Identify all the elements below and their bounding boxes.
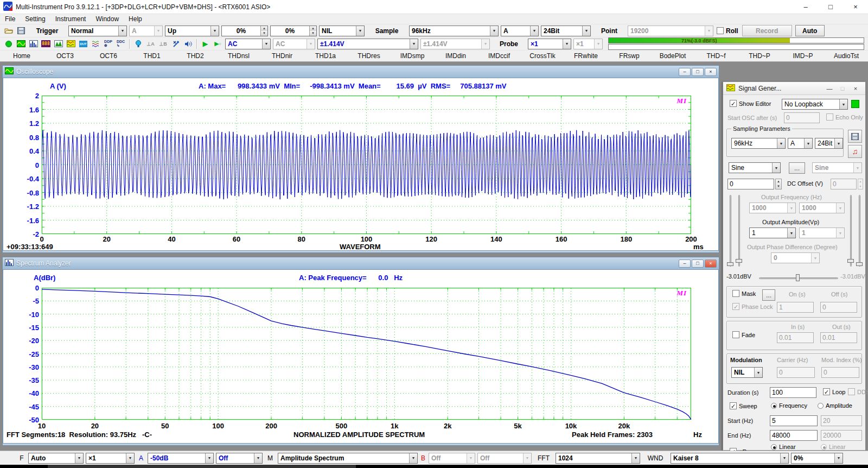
- tab-thd2[interactable]: THD2: [174, 50, 217, 61]
- tab-audiotst[interactable]: AudioTst: [825, 50, 868, 61]
- osc-close-button[interactable]: ×: [705, 68, 717, 76]
- osc-maximize-button[interactable]: □: [692, 68, 704, 76]
- tab-imddin[interactable]: IMDdin: [434, 50, 477, 61]
- window-func-select[interactable]: Kaiser 8▼: [671, 453, 789, 464]
- tab-bodeplot[interactable]: BodePlot: [651, 50, 694, 61]
- freq-axis-select[interactable]: Auto▼: [28, 453, 84, 464]
- coupling-a-select[interactable]: AC▼: [225, 39, 271, 49]
- sg-channel-select[interactable]: A▼: [788, 138, 813, 149]
- duration-input[interactable]: [770, 387, 816, 398]
- fade-checkbox[interactable]: Fade: [732, 331, 755, 338]
- speaker-icon[interactable]: [182, 39, 194, 49]
- tab-thd1[interactable]: THD1: [130, 50, 174, 61]
- tab-oct6[interactable]: OCT6: [87, 50, 130, 61]
- tab-home[interactable]: Home: [0, 50, 43, 61]
- ddp-icon[interactable]: DDP⊕: [103, 39, 114, 49]
- tab-oct3[interactable]: OCT3: [43, 50, 87, 61]
- trigger-hpf-select[interactable]: NIL▼: [319, 26, 365, 36]
- tab-crosstlk[interactable]: CrossTlk: [521, 50, 564, 61]
- derived-display-icon[interactable]: [90, 39, 101, 49]
- trigger-level-spin[interactable]: 0%▲▼: [221, 26, 268, 36]
- spinner-arrows[interactable]: ▲▼: [260, 26, 267, 36]
- output-slider-a-left-thumb[interactable]: [727, 262, 733, 266]
- loopback-select[interactable]: No Loopback▼: [782, 99, 848, 110]
- sg-bits-select[interactable]: 24Bit▼: [815, 138, 843, 149]
- freq-zoom-select[interactable]: ×1▼: [86, 453, 135, 464]
- spec-maximize-button[interactable]: □: [692, 260, 704, 268]
- spec-close-button[interactable]: ×: [705, 260, 717, 268]
- sweep-amplitude-radio[interactable]: Amplitude: [818, 402, 852, 409]
- oscilloscope-icon[interactable]: [15, 39, 27, 49]
- fft-size-select[interactable]: 1024▼: [556, 453, 640, 464]
- save-icon[interactable]: [15, 26, 27, 36]
- tab-imdsmp[interactable]: IMDsmp: [391, 50, 434, 61]
- spinner-arrows[interactable]: ▲▼: [309, 26, 316, 36]
- menu-item-instrument[interactable]: Instrument: [50, 15, 91, 23]
- waveform-more-button[interactable]: ...: [789, 162, 805, 174]
- tab-thd~f[interactable]: THD~f: [694, 50, 738, 61]
- device-test-icon[interactable]: [132, 39, 144, 49]
- spec-minimize-button[interactable]: –: [679, 260, 691, 268]
- trigger-delay-spin[interactable]: 0%▲▼: [270, 26, 317, 36]
- marker-b-icon[interactable]: ⊥B: [157, 39, 169, 49]
- trigger-mode-select[interactable]: Normal▼: [68, 26, 127, 36]
- menu-item-file[interactable]: File: [0, 15, 20, 23]
- sweep-linear-a-radio[interactable]: Linear: [771, 444, 796, 450]
- output-slider-a-left[interactable]: [730, 195, 731, 267]
- siggen-close-button[interactable]: ×: [849, 85, 862, 92]
- waveform-a-select[interactable]: Sine▼: [729, 162, 781, 173]
- mode-select[interactable]: Amplitude Spectrum▼: [278, 453, 418, 464]
- auto-button[interactable]: Auto: [795, 25, 825, 36]
- range-a-db-select[interactable]: -50dB▼: [148, 453, 214, 464]
- ddc-icon[interactable]: DDC↳: [115, 39, 126, 49]
- modulation-select[interactable]: NIL▼: [731, 367, 763, 378]
- sg-save-button[interactable]: [848, 130, 862, 143]
- signal-generator-icon[interactable]: [65, 39, 76, 49]
- dc-offset-a-input[interactable]: [727, 179, 774, 189]
- persist-a-select[interactable]: Off▼: [216, 453, 263, 464]
- sample-rate-select[interactable]: 96kHz▼: [409, 26, 499, 36]
- spectrum-titlebar[interactable]: Spectrum Analyzer – □ ×: [3, 257, 719, 269]
- sweep-start-a-input[interactable]: [770, 415, 818, 426]
- play-icon[interactable]: ▶: [200, 39, 211, 49]
- siggen-titlebar[interactable]: Signal Gener... — □ ×: [723, 82, 865, 95]
- sweep-end-a-input[interactable]: [770, 430, 818, 441]
- tab-imdccif[interactable]: IMDccif: [477, 50, 521, 61]
- tab-thd~p[interactable]: THD~P: [738, 50, 781, 61]
- menu-item-window[interactable]: Window: [91, 15, 124, 23]
- play-loop-icon[interactable]: ▶○: [212, 39, 224, 49]
- mask-checkbox[interactable]: Mask: [732, 290, 756, 297]
- sample-channel-select[interactable]: A▼: [501, 26, 539, 36]
- range-a-select[interactable]: ±1.414V▼: [317, 39, 418, 49]
- sg-play-note-button[interactable]: ♫: [848, 145, 862, 158]
- dut-icon[interactable]: DUT: [78, 39, 89, 49]
- sweep-checkbox[interactable]: ✓Sweep: [730, 402, 757, 409]
- tab-imd~p[interactable]: IMD~P: [781, 50, 825, 61]
- balance-slider-thumb[interactable]: [796, 274, 800, 281]
- close-button[interactable]: ×: [843, 0, 868, 14]
- tab-thdnsl[interactable]: THDnsl: [217, 50, 260, 61]
- tab-frswp[interactable]: FRswp: [608, 50, 651, 61]
- maximize-button[interactable]: □: [818, 0, 843, 14]
- checkbox-box[interactable]: [717, 27, 724, 34]
- run-icon[interactable]: [3, 39, 14, 49]
- probe-a-select[interactable]: ×1▼: [528, 39, 571, 49]
- sg-rate-select[interactable]: 96kHz▼: [731, 138, 786, 149]
- osc-minimize-button[interactable]: –: [679, 68, 691, 76]
- overlap-select[interactable]: 0%▼: [791, 453, 843, 464]
- dc-offset-a-spinner[interactable]: ▲▼: [775, 179, 782, 189]
- tab-thdnir[interactable]: THDnir: [260, 50, 304, 61]
- multimeter-icon[interactable]: 888: [40, 39, 52, 49]
- trigger-edge-select[interactable]: Up▼: [165, 26, 219, 36]
- probe-cal-icon[interactable]: [170, 39, 181, 49]
- menu-item-setting[interactable]: Setting: [20, 15, 50, 23]
- tab-frwhite[interactable]: FRwhite: [564, 50, 608, 61]
- roll-checkbox[interactable]: Roll: [717, 27, 738, 35]
- osc-plot-area[interactable]: MI: [42, 96, 691, 234]
- output-amp-a-select[interactable]: 1▼: [749, 227, 796, 238]
- spectrum-analyzer-icon[interactable]: [28, 39, 39, 49]
- spectrum-3d-icon[interactable]: [53, 39, 64, 49]
- spec-plot-area[interactable]: MI: [42, 288, 691, 420]
- oscilloscope-titlebar[interactable]: Oscilloscope – □ ×: [3, 66, 719, 78]
- menu-item-help[interactable]: Help: [124, 15, 147, 23]
